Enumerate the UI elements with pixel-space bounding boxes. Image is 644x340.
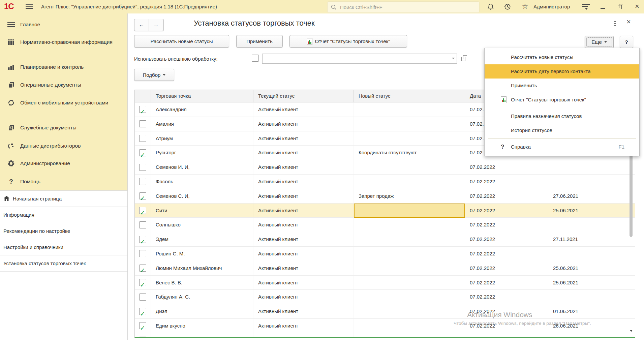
menu-item-status-history[interactable]: История статусов — [485, 123, 639, 137]
row-checkbox[interactable] — [139, 192, 146, 199]
calc-new-statuses-button[interactable]: Рассчитать новые статусы — [134, 35, 229, 48]
row-checkbox[interactable] — [139, 221, 146, 228]
back-button[interactable]: ← — [134, 19, 149, 31]
cell-trade-point: Александрия — [151, 102, 253, 117]
sidebar-label: Нормативно-справочная информация — [20, 38, 121, 46]
tab-setup-recommendations[interactable]: Рекомендации по настройке — [0, 223, 127, 239]
cell-new-status — [354, 160, 465, 174]
current-user[interactable]: Администратор — [533, 4, 570, 9]
row-checkbox[interactable] — [139, 120, 146, 127]
cell-first-contact-date: 25.06.2021 — [548, 261, 635, 275]
table-row[interactable]: Габдулян А. С. Активный клиент 07.02.202… — [135, 290, 635, 304]
restore-window-icon[interactable] — [618, 4, 623, 9]
search-input[interactable] — [339, 4, 479, 10]
table-row[interactable]: Велес В. В. Активный клиент 07.02.2022 2… — [135, 276, 635, 290]
row-checkbox[interactable] — [139, 178, 146, 185]
header-new-status[interactable]: Новый статус — [354, 90, 465, 102]
menu-item-apply[interactable]: Применить — [485, 79, 639, 93]
report-button[interactable]: Отчет "Статусы торговых точек" — [289, 35, 407, 48]
tab-settings-references[interactable]: Настройки и справочники — [0, 239, 127, 255]
cell-first-contact-date — [548, 247, 635, 261]
operational-docs-icon — [7, 81, 16, 89]
row-checkbox[interactable] — [139, 164, 146, 171]
table-row[interactable]: Солнышко Активный клиент 07.02.2022 — [135, 218, 635, 232]
table-row[interactable]: Едим вкусно Активный клиент 07.02.2022 2… — [135, 319, 635, 333]
more-button[interactable]: Еще — [585, 36, 614, 48]
external-processing-checkbox[interactable] — [252, 55, 259, 62]
row-checkbox[interactable] — [139, 337, 146, 337]
table-row[interactable]: Эдем Активный клиент 07.02.2022 27.11.20… — [135, 232, 635, 247]
header-current-status[interactable]: Текущий статус — [253, 90, 354, 102]
pick-button[interactable]: Подбор — [134, 69, 174, 81]
tab-information[interactable]: Информация — [0, 207, 127, 223]
cell-date: 07.02.2022 — [465, 276, 548, 290]
apply-button[interactable]: Применить — [236, 35, 283, 48]
cell-trade-point: Атриум — [151, 131, 253, 146]
menu-item-calc-first-contact-date[interactable]: Рассчитать дату первого контакта — [485, 64, 639, 79]
global-search[interactable] — [327, 1, 480, 13]
table-row[interactable]: Иванов Игорь Сергеевич Активный клиент 0… — [135, 333, 635, 337]
header-trade-point[interactable]: Торговая точка — [151, 90, 253, 102]
favorites-star-icon[interactable]: ☆ — [521, 2, 529, 10]
history-icon[interactable] — [503, 3, 512, 11]
planning-chart-icon — [7, 63, 16, 71]
minimize-icon[interactable] — [601, 8, 605, 9]
row-checkbox[interactable] — [139, 207, 146, 214]
focused-cell[interactable] — [354, 204, 465, 218]
external-processing-field[interactable] — [262, 54, 457, 64]
menu-item-calc-new-statuses[interactable]: Рассчитать новые статусы — [485, 50, 639, 64]
table-row[interactable]: Семенов С. И, Активный клиент Запрет про… — [135, 189, 635, 204]
cell-first-contact-date: 01.06.2021 — [548, 304, 635, 318]
more-options-icon[interactable] — [614, 21, 616, 22]
menu-item-label: Рассчитать новые статусы — [511, 54, 573, 60]
menu-item-report[interactable]: Отчет "Статусы торговых точек" — [485, 93, 639, 107]
close-window-icon[interactable]: × — [635, 2, 639, 11]
cell-date: 07.02.2022 — [465, 218, 548, 232]
menu-item-status-rules[interactable]: Правила назначения статусов — [485, 109, 639, 123]
choose-from-list-icon[interactable] — [461, 55, 468, 62]
table-row[interactable]: Сити Активный клиент 07.02.2022 25.06.20… — [135, 204, 635, 218]
table-row[interactable]: Диэл Активный клиент 07.02.2022 01.06.20… — [135, 304, 635, 319]
menu-item-label: Правила назначения статусов — [511, 113, 582, 119]
row-checkbox[interactable] — [139, 293, 146, 301]
row-checkbox[interactable] — [139, 279, 146, 286]
table-row[interactable]: Рошин С. М. Активный клиент 07.02.2022 — [135, 247, 635, 261]
table-row[interactable]: Люмин Михаил Михайлович Активный клиент … — [135, 261, 635, 276]
cell-new-status — [354, 117, 465, 131]
row-checkbox[interactable] — [139, 236, 146, 243]
tab-home[interactable]: Начальная страница — [0, 191, 127, 207]
service-menu-icon[interactable] — [582, 4, 591, 10]
row-checkbox[interactable] — [139, 322, 146, 329]
tab-status-setting-active[interactable]: Установка статусов торговых точек — [0, 255, 127, 272]
external-processing-input[interactable] — [264, 55, 444, 63]
cell-current-status: Активный клиент — [253, 232, 354, 246]
cell-trade-point: Сити — [151, 204, 253, 218]
header-checkbox-col[interactable] — [135, 90, 151, 102]
tab-label: Рекомендации по настройке — [3, 228, 70, 234]
help-button[interactable]: ? — [620, 36, 633, 48]
row-checkbox[interactable] — [139, 308, 146, 315]
cell-new-status — [354, 175, 465, 189]
cell-date: 07.02.2022 — [465, 232, 548, 246]
sidebar-label: Оперативные документы — [20, 81, 121, 89]
cell-first-contact-date: 27.11.2021 — [548, 232, 635, 246]
forward-button[interactable]: → — [149, 19, 163, 31]
cell-trade-point: Эдем — [151, 232, 253, 246]
row-checkbox[interactable] — [139, 149, 146, 156]
cell-trade-point: Габдулян А. С. — [151, 290, 253, 304]
sidebar-label: Планирование и контроль — [20, 63, 121, 71]
row-checkbox[interactable] — [139, 106, 146, 113]
cell-new-status — [354, 247, 465, 261]
main-menu-icon[interactable] — [26, 4, 33, 9]
table-row[interactable]: Семенов И. И, Активный клиент 07.02.2022 — [135, 160, 635, 175]
dropdown-arrow-icon[interactable] — [452, 58, 455, 59]
row-checkbox[interactable] — [139, 250, 146, 257]
row-checkbox[interactable] — [139, 265, 146, 272]
row-checkbox[interactable] — [139, 135, 146, 142]
table-row[interactable]: Фасоль Активный клиент 07.02.2022 — [135, 175, 635, 189]
notifications-bell-icon[interactable] — [487, 3, 495, 11]
menu-item-help[interactable]: ? Справка F1 — [485, 140, 639, 154]
button-label: Рассчитать новые статусы — [150, 38, 213, 44]
scroll-down-icon[interactable] — [630, 330, 633, 332]
close-form-icon[interactable]: × — [626, 18, 631, 26]
